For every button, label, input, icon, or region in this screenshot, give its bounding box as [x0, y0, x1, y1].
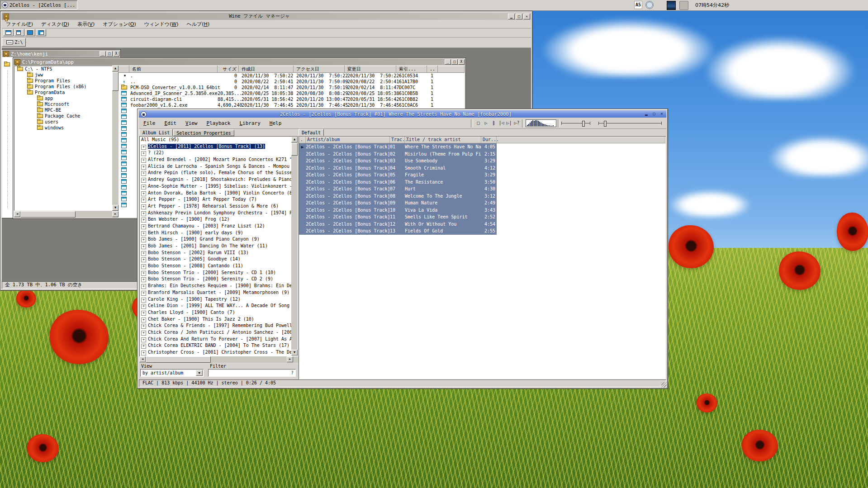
album-item[interactable]: +Chick Corea / John Patitucci / Antonio …: [140, 329, 298, 336]
maximize-button[interactable]: □: [106, 51, 113, 57]
album-item[interactable]: +Chick Corea & Friends - [1997] Remember…: [140, 322, 298, 329]
expand-plus-icon[interactable]: +: [141, 224, 146, 229]
tree-item[interactable]: jww: [14, 72, 113, 78]
album-vertical-scrollbar[interactable]: ▲ ▼: [291, 137, 298, 355]
zdrive-titlebar[interactable]: Z:\home\kenji _ □ X: [2, 50, 120, 57]
tray-icon-photo[interactable]: [667, 1, 676, 10]
playlist-row[interactable]: ▶ 2Cellos - 2Cellos [Bonus Track] 01 Whe…: [299, 143, 665, 151]
pane-tab[interactable]: Album List: [139, 129, 173, 136]
volume-slider[interactable]: [561, 119, 590, 127]
drive-button[interactable]: Z:\: [2, 38, 26, 47]
playlist-row[interactable]: 2Cellos - 2Cellos [Bonus Track] 09 Human…: [299, 199, 665, 207]
seek-thumb[interactable]: [604, 121, 607, 127]
playlist-row[interactable]: 2Cellos - 2Cellos [Bonus Track] 04 Smoot…: [299, 165, 665, 172]
menu-item[interactable]: View: [181, 120, 202, 126]
album-item[interactable]: +Anne-Sophie Mutter - [1995] Sibelius: V…: [140, 183, 298, 190]
menu-item[interactable]: Edit: [160, 120, 181, 126]
minimize-button[interactable]: _: [100, 51, 106, 57]
tree-item[interactable]: C:\ - NTFS: [14, 66, 113, 72]
expand-plus-icon[interactable]: +: [141, 337, 146, 342]
tree-item[interactable]: Program Files: [14, 78, 113, 84]
expand-plus-icon[interactable]: +: [141, 257, 146, 262]
column-accessed[interactable]: アクセス日: [294, 66, 345, 72]
scroll-right-icon[interactable]: ►: [112, 211, 119, 217]
album-item[interactable]: +Bob James - [2001] Dancing On The Water…: [140, 243, 298, 250]
playlist-header[interactable]: . Artist/album Trac... Title / track art…: [299, 137, 665, 143]
album-item[interactable]: +Art Pepper - [1900] Art Pepper Today (7…: [140, 196, 298, 203]
scroll-right-icon[interactable]: ►: [287, 356, 293, 362]
column-index[interactable]: 索引...: [396, 66, 427, 72]
chevron-down-icon[interactable]: ▼: [196, 370, 203, 376]
expand-plus-icon[interactable]: +: [141, 264, 146, 269]
expand-plus-icon[interactable]: +: [141, 277, 146, 282]
expand-plus-icon[interactable]: +: [141, 185, 146, 190]
expand-plus-icon[interactable]: +: [141, 331, 146, 336]
album-item[interactable]: +Bobo Stenson - [2005] Goodbye (14): [140, 256, 298, 263]
pane-tab[interactable]: Selection Properties: [173, 130, 234, 136]
column-track[interactable]: Trac...: [390, 137, 405, 143]
column-size[interactable]: サイズ: [218, 66, 239, 72]
album-item[interactable]: +Christopher Cross - [2001] Christopher …: [140, 349, 298, 356]
expand-plus-icon[interactable]: +: [141, 198, 146, 203]
expand-plus-icon[interactable]: +: [141, 271, 146, 276]
expand-plus-icon[interactable]: +: [141, 204, 146, 209]
playlist-row[interactable]: 2Cellos - 2Cellos [Bonus Track] 11 Smell…: [299, 213, 665, 221]
menu-item[interactable]: ファイル(F): [2, 21, 37, 28]
scrollbar-thumb[interactable]: [20, 211, 76, 218]
album-item[interactable]: +Bobo Stenson Trio - [2000] Serenity - C…: [140, 276, 298, 283]
playlist-tab[interactable]: Default: [299, 129, 324, 136]
foobar-titlebar[interactable]: 2Cellos - [2Cellos [Bonus Track] #01] Wh…: [139, 110, 666, 118]
menu-item[interactable]: ディスク(D): [37, 21, 73, 28]
volume-thumb[interactable]: [582, 121, 585, 127]
tile-vertical-button[interactable]: [36, 29, 46, 36]
expand-plus-icon[interactable]: +: [141, 158, 146, 163]
expand-plus-icon[interactable]: +: [141, 178, 146, 183]
column-duration[interactable]: Dur...: [481, 137, 497, 143]
album-item[interactable]: +Chet Baker - [1900] This Is Jazz 2 (10): [140, 316, 298, 323]
playback-button[interactable]: ∥: [490, 119, 498, 127]
tray-icon-a5[interactable]: A5: [634, 1, 642, 9]
expand-plus-icon[interactable]: +: [141, 351, 146, 355]
playback-button[interactable]: ▷: [482, 119, 490, 127]
column-flag[interactable]: ..: [427, 66, 438, 72]
album-item[interactable]: +Carole King - [1900] Tapestry (12): [140, 296, 298, 303]
scroll-left-icon[interactable]: ◄: [14, 211, 20, 217]
expand-plus-icon[interactable]: +: [141, 344, 146, 349]
scrollbar-thumb[interactable]: [291, 143, 298, 156]
minimize-button[interactable]: _: [445, 59, 451, 65]
playlist-row[interactable]: 2Cellos - 2Cellos [Bonus Track] 05 Fragi…: [299, 171, 665, 179]
album-item[interactable]: +Art Pepper - [1978] Rehearsal Session &…: [140, 203, 298, 210]
file-row[interactable]: ↑ .. 0 2020/08/22 2:50:41 2020/11/30 7:5…: [119, 79, 465, 85]
expand-plus-icon[interactable]: +: [141, 211, 146, 216]
album-item[interactable]: +Brahms: Ein Deutsches Requiem - [1900] …: [140, 283, 298, 289]
scroll-down-icon[interactable]: ▼: [291, 350, 298, 355]
playlist-row[interactable]: 2Cellos - 2Cellos [Bonus Track] 08 Welco…: [299, 193, 665, 200]
tree-item[interactable]: windows: [14, 125, 113, 131]
programdata-titlebar[interactable]: C:\ProgramData\app _ □ X: [14, 58, 465, 65]
album-item[interactable]: +Charles Lloyd - [1900] Canto (7): [140, 309, 298, 316]
album-item[interactable]: +Branford Marsalis Quartet - [2009] Meta…: [140, 289, 298, 296]
column-name[interactable]: 名前: [129, 66, 218, 72]
album-item[interactable]: +? (22): [140, 150, 298, 156]
maximize-button[interactable]: □: [516, 14, 522, 19]
expand-plus-icon[interactable]: +: [141, 231, 146, 236]
tree-vertical-scrollbar[interactable]: ▲ ▼: [112, 66, 119, 211]
column-modified[interactable]: 変更日: [345, 66, 396, 72]
playlist-row[interactable]: 2Cellos - 2Cellos [Bonus Track] 13 Field…: [299, 227, 665, 235]
expand-plus-icon[interactable]: +: [141, 151, 146, 156]
tile-horizontal-button[interactable]: [25, 29, 35, 36]
directory-tree-pane[interactable]: C:\ - NTFSjwwProgram FilesProgram Files …: [14, 66, 113, 211]
album-item[interactable]: +Bertrand Chamayou - [2003] Franz Liszt …: [140, 223, 298, 230]
column-artist-album[interactable]: Artist/album: [306, 137, 390, 143]
tree-item[interactable]: Microsoft: [14, 101, 113, 107]
expand-plus-icon[interactable]: +: [141, 317, 146, 322]
album-item[interactable]: +Alicia de Larrocha - Spanish Songs & Da…: [140, 163, 298, 170]
expand-plus-icon[interactable]: +: [141, 324, 146, 329]
column-created[interactable]: 作成日: [239, 66, 294, 72]
expand-plus-icon[interactable]: +: [141, 251, 146, 256]
scroll-up-icon[interactable]: ▲: [112, 66, 119, 71]
album-item[interactable]: +Andre Pepin (flute solo), Female Chorus…: [140, 170, 298, 176]
scroll-up-icon[interactable]: ▲: [291, 137, 298, 142]
album-item[interactable]: +Ashkenazy Previn London Symphony Orches…: [140, 210, 298, 217]
playlist-row[interactable]: 2Cellos - 2Cellos [Bonus Track] 07 Hurt …: [299, 185, 665, 193]
